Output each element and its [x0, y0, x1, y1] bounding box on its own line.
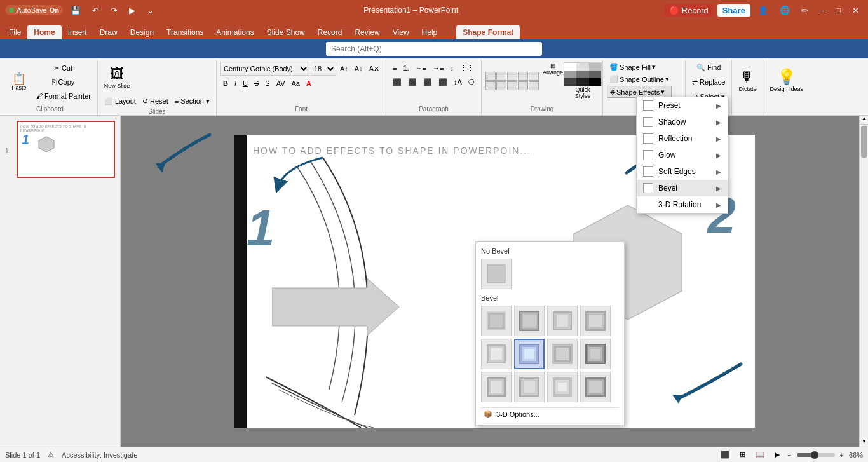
strikethrough-button[interactable]: S: [252, 77, 261, 90]
tab-file[interactable]: File: [3, 25, 27, 39]
restore-button[interactable]: □: [832, 4, 844, 17]
shape-arrow-right[interactable]: [507, 81, 517, 90]
bullets-button[interactable]: ≡: [390, 62, 399, 74]
decrease-font-button[interactable]: A↓: [352, 62, 365, 75]
zoom-slider[interactable]: [797, 453, 835, 457]
shadow-button[interactable]: S: [262, 77, 272, 90]
zoom-in-button[interactable]: +: [840, 451, 844, 459]
zoom-out-button[interactable]: −: [787, 451, 791, 459]
feedback-button[interactable]: ✏: [797, 4, 812, 17]
customize-button[interactable]: ⌄: [143, 4, 158, 17]
search-input[interactable]: [326, 42, 542, 56]
scroll-down-button[interactable]: ▼: [860, 438, 868, 447]
bevel-menu-item[interactable]: Bevel ▶: [637, 180, 728, 196]
find-button[interactable]: 🔍 Find: [689, 61, 728, 74]
copy-button[interactable]: ⎘ Copy: [33, 76, 93, 88]
record-button[interactable]: 🔴 Record: [664, 4, 714, 17]
bevel-item-5[interactable]: [481, 339, 512, 369]
justify-button[interactable]: ⬛: [436, 76, 450, 88]
case-button[interactable]: Aa: [288, 77, 302, 90]
present-button[interactable]: ▶: [125, 4, 139, 17]
replace-button[interactable]: ⇌ Replace: [689, 76, 728, 88]
arrange-button[interactable]: ⊞ Arrange: [540, 62, 566, 100]
undo-button[interactable]: ↶: [88, 4, 103, 17]
bevel-item-8[interactable]: [580, 339, 611, 369]
align-left-button[interactable]: ⬛: [390, 76, 404, 88]
bevel-item-7[interactable]: [547, 339, 578, 369]
char-spacing-button[interactable]: AV: [274, 77, 288, 90]
paste-button[interactable]: 📋 Paste: [6, 63, 32, 101]
align-center-button[interactable]: ⬛: [405, 76, 419, 88]
minimize-button[interactable]: –: [816, 4, 828, 17]
bevel-item-12[interactable]: [580, 372, 611, 402]
bevel-item-11[interactable]: [547, 372, 578, 402]
tab-design[interactable]: Design: [124, 25, 160, 39]
soft-edges-menu-item[interactable]: Soft Edges ▶: [637, 163, 728, 180]
dictate-button[interactable]: 🎙 Dictate: [736, 61, 759, 99]
font-color-button[interactable]: A: [304, 77, 314, 90]
tab-home[interactable]: Home: [27, 25, 61, 39]
scroll-thumb[interactable]: [861, 126, 867, 158]
increase-font-button[interactable]: A↑: [337, 62, 351, 75]
user-profile[interactable]: 👤: [754, 4, 772, 17]
tab-help[interactable]: Help: [416, 25, 444, 39]
tab-review[interactable]: Review: [348, 25, 386, 39]
slide-sorter-button[interactable]: ⊞: [737, 449, 748, 461]
tab-animations[interactable]: Animations: [210, 25, 260, 39]
rotation-3d-menu-item[interactable]: 3-D Rotation ▶: [637, 196, 728, 213]
align-right-button[interactable]: ⬛: [421, 76, 435, 88]
glow-menu-item[interactable]: Glow ▶: [637, 147, 728, 163]
shape-line[interactable]: [518, 72, 528, 81]
smart-art-button[interactable]: ⎔: [466, 76, 477, 88]
new-slide-button[interactable]: 🖼 New Slide: [102, 62, 133, 93]
shape-fill-button[interactable]: 🪣 Shape Fill ▾: [607, 62, 672, 72]
shape-arrow-down[interactable]: [529, 81, 539, 90]
reset-button[interactable]: ↺ Reset: [140, 95, 171, 107]
normal-view-button[interactable]: ⬛: [718, 449, 732, 461]
numbering-button[interactable]: 1.: [400, 62, 411, 74]
network-button[interactable]: 🌐: [776, 4, 794, 17]
shape-arrow-dropdown[interactable]: [529, 72, 539, 81]
shape-arrow-up[interactable]: [518, 81, 528, 90]
reading-view-button[interactable]: 📖: [753, 449, 767, 461]
zoom-handle[interactable]: [811, 451, 818, 459]
tab-slideshow[interactable]: Slide Show: [261, 25, 311, 39]
shape-rect[interactable]: [485, 72, 496, 81]
scroll-up-button[interactable]: ▲: [860, 116, 868, 125]
reflection-menu-item[interactable]: Reflection ▶: [637, 130, 728, 147]
shape-outline-button[interactable]: ⬜ Shape Outline ▾: [607, 74, 672, 85]
tab-transitions[interactable]: Transitions: [160, 25, 210, 39]
line-spacing-button[interactable]: ↕: [447, 62, 456, 74]
bevel-item-2[interactable]: [514, 306, 545, 336]
tab-draw[interactable]: Draw: [93, 25, 124, 39]
font-family-select[interactable]: Century Gothic (Body): [220, 62, 309, 76]
close-button[interactable]: ✕: [848, 4, 863, 17]
redo-button[interactable]: ↷: [107, 4, 121, 17]
slide-thumbnail[interactable]: HOW TO ADD EFFECTS TO SHAPE IN POWERPOIN…: [17, 121, 115, 178]
underline-button[interactable]: U: [240, 77, 250, 90]
bevel-item-1[interactable]: [481, 306, 512, 336]
tab-record[interactable]: Record: [311, 25, 349, 39]
preset-menu-item[interactable]: Preset ▶: [637, 97, 728, 114]
shape-para[interactable]: [496, 81, 506, 90]
bevel-item-10[interactable]: [514, 372, 545, 402]
bevel-item-6-selected[interactable]: [514, 339, 545, 369]
bevel-item-3[interactable]: [547, 306, 578, 336]
columns-button[interactable]: ⋮⋮: [458, 62, 477, 74]
decrease-indent-button[interactable]: ←≡: [413, 62, 429, 74]
format-painter-button[interactable]: 🖌 Format Painter: [33, 90, 93, 102]
quick-styles-button[interactable]: Quick Styles: [567, 62, 599, 100]
share-button[interactable]: Share: [717, 4, 750, 17]
design-ideas-button[interactable]: 💡 Design Ideas: [767, 61, 806, 99]
italic-button[interactable]: I: [232, 77, 239, 90]
autosave-toggle[interactable]: AutoSave On: [5, 5, 63, 15]
shape-triangle[interactable]: [507, 72, 517, 81]
tab-shapeformat[interactable]: Shape Format: [456, 25, 520, 39]
tab-view[interactable]: View: [386, 25, 416, 39]
no-bevel-item[interactable]: [481, 259, 512, 289]
3d-options-button[interactable]: 📦 3-D Options...: [481, 407, 619, 420]
clear-formatting-button[interactable]: A✕: [367, 62, 382, 75]
increase-indent-button[interactable]: →≡: [430, 62, 446, 74]
layout-button[interactable]: ⬜ Layout: [102, 95, 139, 107]
text-direction-button[interactable]: ↕A: [451, 76, 465, 88]
